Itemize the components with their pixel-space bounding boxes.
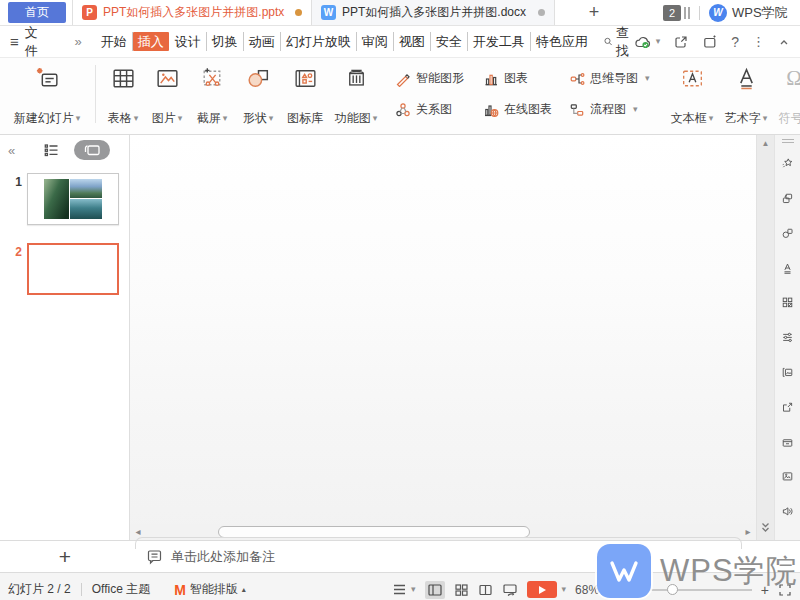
zoom-slider[interactable] bbox=[634, 589, 752, 591]
word-art-button[interactable]: 艺术字▾ bbox=[719, 63, 773, 125]
help-icon[interactable]: ? bbox=[731, 34, 739, 50]
transition-switch-icon[interactable] bbox=[779, 192, 796, 205]
chart-button[interactable]: 图表 bbox=[483, 70, 557, 87]
flow-chart-button[interactable]: 流程图 ▾ bbox=[569, 101, 655, 118]
normal-view-button[interactable] bbox=[425, 581, 445, 599]
insert-image-tool-icon[interactable] bbox=[779, 366, 796, 379]
scroll-left-arrow[interactable]: ◂ bbox=[130, 524, 146, 540]
share-icon[interactable] bbox=[673, 34, 689, 50]
tab-special-features[interactable]: 特色应用 bbox=[531, 32, 593, 51]
mind-map-button[interactable]: 思维导图 ▾ bbox=[569, 70, 655, 87]
slide-thumbnail-1[interactable]: 1 bbox=[10, 173, 129, 225]
flow-chart-icon bbox=[569, 102, 585, 118]
slide-view-toggle[interactable] bbox=[74, 140, 110, 160]
tab-review[interactable]: 审阅 bbox=[357, 32, 394, 51]
special-effects-icon[interactable] bbox=[779, 157, 796, 170]
outline-view-icon[interactable] bbox=[43, 143, 60, 158]
table-button[interactable]: 表格▾ bbox=[101, 63, 145, 125]
relation-diagram-button[interactable]: 关系图 bbox=[395, 101, 471, 118]
function-diagram-button[interactable]: 功能图▾ bbox=[329, 63, 383, 125]
scroll-up-arrow[interactable]: ▲ bbox=[757, 139, 774, 148]
function-diagram-icon bbox=[343, 65, 370, 92]
cloud-sync-button[interactable]: ▾ bbox=[634, 34, 661, 49]
tab-count-badge[interactable]: 2 bbox=[663, 5, 681, 21]
new-slide-button[interactable]: 新建幻灯片▾ bbox=[4, 63, 90, 125]
smart-graphics-button[interactable]: 智能图形 bbox=[395, 70, 471, 87]
new-tab-button[interactable]: + bbox=[581, 2, 607, 23]
tab-transition[interactable]: 切换 bbox=[207, 32, 244, 51]
slide-2-preview-selected[interactable] bbox=[27, 243, 119, 295]
hamburger-icon[interactable]: ≡ bbox=[10, 33, 19, 50]
zoom-slider-knob[interactable] bbox=[667, 584, 678, 595]
symbol-button[interactable]: Ω 符号▾ bbox=[773, 63, 800, 125]
cloud-icon bbox=[634, 34, 652, 49]
settings-sliders-icon[interactable] bbox=[779, 331, 796, 344]
tab-security[interactable]: 安全 bbox=[431, 32, 468, 51]
icon-library-label: 图标库 bbox=[287, 111, 323, 125]
more-commands-icon[interactable]: » bbox=[74, 34, 81, 49]
rail-drag-handle[interactable] bbox=[782, 139, 794, 143]
zoom-out-button[interactable]: − bbox=[617, 582, 625, 598]
home-tab[interactable]: 首页 bbox=[8, 2, 66, 23]
next-slide-chevrons-icon[interactable] bbox=[759, 521, 772, 534]
present-view-icon[interactable] bbox=[502, 583, 518, 597]
play-slideshow-button[interactable]: ▾ bbox=[527, 581, 567, 598]
new-window-icon[interactable] bbox=[702, 34, 718, 50]
tab-animation[interactable]: 动画 bbox=[244, 32, 281, 51]
screenshot-button[interactable]: 截屏▾ bbox=[189, 63, 235, 125]
collapse-ribbon-icon[interactable] bbox=[778, 36, 790, 48]
slide-edit-canvas[interactable]: ◂ ▸ bbox=[130, 135, 756, 540]
fit-screen-icon[interactable] bbox=[778, 583, 792, 597]
tab-slideshow[interactable]: 幻灯片放映 bbox=[281, 32, 357, 51]
share-tool-icon[interactable] bbox=[779, 401, 796, 414]
statusbar-left: 幻灯片 2 / 2 Office 主题 M 智能排版 ▴ bbox=[8, 581, 246, 598]
vertical-scrollbar[interactable]: ▲ bbox=[756, 135, 774, 540]
add-slide-button[interactable]: + bbox=[0, 545, 130, 569]
shapes-button[interactable]: 形状▾ bbox=[235, 63, 281, 125]
photo-collage bbox=[44, 179, 102, 219]
collapse-panel-icon[interactable]: « bbox=[8, 143, 15, 158]
menubar-right-tools: ▾ ? ⋮ bbox=[634, 34, 800, 50]
file-menu[interactable]: 文件 bbox=[25, 24, 38, 60]
text-box-button[interactable]: 文本框▾ bbox=[665, 63, 719, 125]
slide-view-icon bbox=[82, 143, 102, 157]
object-layout-icon[interactable] bbox=[779, 296, 796, 309]
picture-tool-icon[interactable] bbox=[779, 470, 796, 483]
tab-pptx[interactable]: P PPT如何插入多张图片并拼图.pptx bbox=[72, 0, 312, 25]
icon-library-button[interactable]: 图标库 bbox=[281, 63, 329, 125]
horizontal-scrollbar[interactable]: ◂ ▸ bbox=[130, 524, 756, 540]
dropdown-caret: ▾ bbox=[134, 114, 139, 123]
window-tab-bar: 首页 P PPT如何插入多张图片并拼图.pptx W PPT如何插入多张图片并拼… bbox=[0, 0, 800, 26]
slide-1-preview[interactable] bbox=[27, 173, 119, 225]
zoom-level[interactable]: 68% ▾ bbox=[575, 583, 608, 597]
find-button[interactable]: 查找 bbox=[603, 24, 634, 60]
window-bars-icon bbox=[684, 7, 690, 19]
smart-layout-button[interactable]: M 智能排版 ▴ bbox=[174, 581, 246, 598]
notes-toggle-button[interactable]: ▾ bbox=[392, 583, 416, 596]
wordart-tool-icon[interactable] bbox=[779, 262, 796, 275]
dropdown-caret: ▾ bbox=[76, 114, 81, 123]
scroll-right-arrow[interactable]: ▸ bbox=[740, 524, 756, 540]
shapes-tool-icon[interactable] bbox=[779, 227, 796, 240]
brand-label: WPS学院 bbox=[732, 4, 788, 22]
more-menu-icon[interactable]: ⋮ bbox=[752, 34, 765, 49]
slide-sorter-view-icon[interactable] bbox=[454, 583, 469, 597]
tab-design[interactable]: 设计 bbox=[170, 32, 207, 51]
picture-button[interactable]: 图片▾ bbox=[145, 63, 189, 125]
shapes-icon bbox=[245, 65, 272, 92]
audio-icon[interactable] bbox=[779, 505, 796, 518]
material-box-icon[interactable] bbox=[779, 436, 796, 449]
tab-start[interactable]: 开始 bbox=[96, 32, 133, 51]
online-chart-button[interactable]: 在线图表 bbox=[483, 101, 557, 118]
notes-input[interactable]: 单击此处添加备注 bbox=[130, 548, 275, 566]
tab-devtools[interactable]: 开发工具 bbox=[468, 32, 531, 51]
zoom-in-button[interactable]: + bbox=[761, 582, 769, 598]
tab-insert[interactable]: 插入 bbox=[133, 32, 169, 51]
tab-view[interactable]: 视图 bbox=[394, 32, 431, 51]
slide-thumbnail-2[interactable]: 2 bbox=[10, 243, 129, 295]
reading-view-icon[interactable] bbox=[478, 583, 493, 597]
theme-name[interactable]: Office 主题 bbox=[92, 581, 150, 598]
horizontal-scroll-thumb[interactable] bbox=[218, 526, 530, 538]
screenshot-label: 截屏 bbox=[197, 111, 221, 125]
tab-docx[interactable]: W PPT如何插入多张图片并拼图.docx bbox=[312, 0, 555, 25]
